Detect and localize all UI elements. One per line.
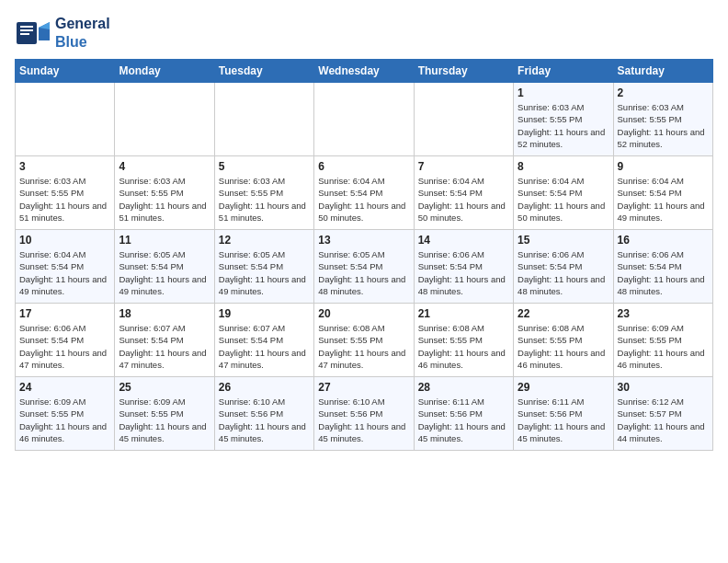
day-info: Sunrise: 6:06 AMSunset: 5:54 PMDaylight:… bbox=[518, 248, 609, 297]
day-number: 23 bbox=[618, 307, 709, 320]
calendar-cell: 7Sunrise: 6:04 AMSunset: 5:54 PMDaylight… bbox=[414, 156, 513, 230]
day-number: 14 bbox=[418, 234, 509, 247]
calendar-cell: 4Sunrise: 6:03 AMSunset: 5:55 PMDaylight… bbox=[115, 156, 214, 230]
page-header: General Blue bbox=[15, 15, 713, 52]
day-info: Sunrise: 6:08 AMSunset: 5:55 PMDaylight:… bbox=[518, 322, 609, 371]
logo-icon bbox=[15, 15, 51, 52]
logo-text: General Blue bbox=[55, 15, 110, 52]
weekday-header: Tuesday bbox=[214, 60, 313, 83]
day-info: Sunrise: 6:04 AMSunset: 5:54 PMDaylight:… bbox=[318, 175, 409, 224]
calendar-table: SundayMondayTuesdayWednesdayThursdayFrid… bbox=[15, 59, 713, 451]
day-info: Sunrise: 6:04 AMSunset: 5:54 PMDaylight:… bbox=[618, 175, 709, 224]
day-info: Sunrise: 6:03 AMSunset: 5:55 PMDaylight:… bbox=[19, 175, 110, 224]
day-info: Sunrise: 6:05 AMSunset: 5:54 PMDaylight:… bbox=[219, 248, 310, 297]
day-info: Sunrise: 6:11 AMSunset: 5:56 PMDaylight:… bbox=[518, 396, 609, 444]
day-info: Sunrise: 6:04 AMSunset: 5:54 PMDaylight:… bbox=[19, 248, 110, 297]
calendar-cell: 12Sunrise: 6:05 AMSunset: 5:54 PMDayligh… bbox=[214, 230, 313, 304]
calendar-cell: 29Sunrise: 6:11 AMSunset: 5:56 PMDayligh… bbox=[514, 377, 613, 451]
day-number: 13 bbox=[318, 234, 409, 247]
day-info: Sunrise: 6:06 AMSunset: 5:54 PMDaylight:… bbox=[618, 248, 709, 297]
calendar-cell: 2Sunrise: 6:03 AMSunset: 5:55 PMDaylight… bbox=[613, 83, 712, 156]
calendar-cell: 16Sunrise: 6:06 AMSunset: 5:54 PMDayligh… bbox=[613, 230, 712, 304]
weekday-header: Sunday bbox=[16, 60, 115, 83]
day-info: Sunrise: 6:05 AMSunset: 5:54 PMDaylight:… bbox=[119, 248, 210, 297]
day-info: Sunrise: 6:03 AMSunset: 5:55 PMDaylight:… bbox=[119, 175, 210, 224]
day-info: Sunrise: 6:10 AMSunset: 5:56 PMDaylight:… bbox=[219, 396, 310, 444]
day-number: 29 bbox=[518, 381, 609, 394]
day-number: 19 bbox=[219, 307, 310, 320]
day-info: Sunrise: 6:07 AMSunset: 5:54 PMDaylight:… bbox=[219, 322, 310, 371]
weekday-header: Wednesday bbox=[314, 60, 414, 83]
weekday-header: Saturday bbox=[613, 60, 712, 83]
day-number: 12 bbox=[219, 234, 310, 247]
calendar-cell: 3Sunrise: 6:03 AMSunset: 5:55 PMDaylight… bbox=[16, 156, 115, 230]
day-info: Sunrise: 6:09 AMSunset: 5:55 PMDaylight:… bbox=[618, 322, 709, 371]
day-number: 20 bbox=[318, 307, 409, 320]
calendar-week-row: 10Sunrise: 6:04 AMSunset: 5:54 PMDayligh… bbox=[16, 230, 713, 304]
day-info: Sunrise: 6:12 AMSunset: 5:57 PMDaylight:… bbox=[618, 396, 709, 444]
calendar-cell: 13Sunrise: 6:05 AMSunset: 5:54 PMDayligh… bbox=[314, 230, 414, 304]
day-number: 9 bbox=[618, 160, 709, 173]
day-info: Sunrise: 6:09 AMSunset: 5:55 PMDaylight:… bbox=[119, 396, 210, 444]
day-info: Sunrise: 6:11 AMSunset: 5:56 PMDaylight:… bbox=[418, 396, 509, 444]
day-number: 3 bbox=[19, 160, 110, 173]
weekday-header-row: SundayMondayTuesdayWednesdayThursdayFrid… bbox=[16, 60, 713, 83]
day-number: 30 bbox=[618, 381, 709, 394]
day-info: Sunrise: 6:03 AMSunset: 5:55 PMDaylight:… bbox=[618, 101, 709, 150]
day-info: Sunrise: 6:03 AMSunset: 5:55 PMDaylight:… bbox=[518, 101, 609, 150]
weekday-header: Monday bbox=[115, 60, 214, 83]
day-number: 26 bbox=[219, 381, 310, 394]
day-number: 24 bbox=[19, 381, 110, 394]
calendar-cell: 20Sunrise: 6:08 AMSunset: 5:55 PMDayligh… bbox=[314, 304, 414, 377]
weekday-header: Thursday bbox=[414, 60, 513, 83]
day-number: 28 bbox=[418, 381, 509, 394]
day-info: Sunrise: 6:07 AMSunset: 5:54 PMDaylight:… bbox=[119, 322, 210, 371]
calendar-cell: 8Sunrise: 6:04 AMSunset: 5:54 PMDaylight… bbox=[514, 156, 613, 230]
calendar-header: SundayMondayTuesdayWednesdayThursdayFrid… bbox=[16, 60, 713, 83]
day-info: Sunrise: 6:06 AMSunset: 5:54 PMDaylight:… bbox=[418, 248, 509, 297]
day-number: 21 bbox=[418, 307, 509, 320]
day-number: 11 bbox=[119, 234, 210, 247]
calendar-cell bbox=[115, 83, 214, 156]
day-info: Sunrise: 6:06 AMSunset: 5:54 PMDaylight:… bbox=[19, 322, 110, 371]
day-number: 27 bbox=[318, 381, 409, 394]
calendar-cell: 14Sunrise: 6:06 AMSunset: 5:54 PMDayligh… bbox=[414, 230, 513, 304]
calendar-cell: 6Sunrise: 6:04 AMSunset: 5:54 PMDaylight… bbox=[314, 156, 414, 230]
day-info: Sunrise: 6:04 AMSunset: 5:54 PMDaylight:… bbox=[418, 175, 509, 224]
day-number: 5 bbox=[219, 160, 310, 173]
day-number: 22 bbox=[518, 307, 609, 320]
day-number: 8 bbox=[518, 160, 609, 173]
calendar-cell bbox=[214, 83, 313, 156]
day-number: 2 bbox=[618, 86, 709, 99]
calendar-cell: 17Sunrise: 6:06 AMSunset: 5:54 PMDayligh… bbox=[16, 304, 115, 377]
calendar-cell: 18Sunrise: 6:07 AMSunset: 5:54 PMDayligh… bbox=[115, 304, 214, 377]
calendar-body: 1Sunrise: 6:03 AMSunset: 5:55 PMDaylight… bbox=[16, 83, 713, 451]
calendar-week-row: 1Sunrise: 6:03 AMSunset: 5:55 PMDaylight… bbox=[16, 83, 713, 156]
calendar-week-row: 24Sunrise: 6:09 AMSunset: 5:55 PMDayligh… bbox=[16, 377, 713, 451]
calendar-cell: 28Sunrise: 6:11 AMSunset: 5:56 PMDayligh… bbox=[414, 377, 513, 451]
day-info: Sunrise: 6:09 AMSunset: 5:55 PMDaylight:… bbox=[19, 396, 110, 444]
day-number: 15 bbox=[518, 234, 609, 247]
day-number: 25 bbox=[119, 381, 210, 394]
calendar-cell: 9Sunrise: 6:04 AMSunset: 5:54 PMDaylight… bbox=[613, 156, 712, 230]
calendar-week-row: 17Sunrise: 6:06 AMSunset: 5:54 PMDayligh… bbox=[16, 304, 713, 377]
calendar-cell: 15Sunrise: 6:06 AMSunset: 5:54 PMDayligh… bbox=[514, 230, 613, 304]
day-number: 17 bbox=[19, 307, 110, 320]
svg-rect-1 bbox=[20, 26, 33, 28]
calendar-cell: 25Sunrise: 6:09 AMSunset: 5:55 PMDayligh… bbox=[115, 377, 214, 451]
calendar-cell: 11Sunrise: 6:05 AMSunset: 5:54 PMDayligh… bbox=[115, 230, 214, 304]
day-number: 16 bbox=[618, 234, 709, 247]
calendar-cell: 30Sunrise: 6:12 AMSunset: 5:57 PMDayligh… bbox=[613, 377, 712, 451]
day-number: 1 bbox=[518, 86, 609, 99]
calendar-cell: 19Sunrise: 6:07 AMSunset: 5:54 PMDayligh… bbox=[214, 304, 313, 377]
svg-rect-2 bbox=[20, 29, 33, 31]
calendar-cell: 10Sunrise: 6:04 AMSunset: 5:54 PMDayligh… bbox=[16, 230, 115, 304]
calendar-cell bbox=[314, 83, 414, 156]
calendar-cell bbox=[16, 83, 115, 156]
calendar-cell bbox=[414, 83, 513, 156]
logo: General Blue bbox=[15, 15, 110, 52]
day-number: 18 bbox=[119, 307, 210, 320]
calendar-cell: 27Sunrise: 6:10 AMSunset: 5:56 PMDayligh… bbox=[314, 377, 414, 451]
calendar-cell: 24Sunrise: 6:09 AMSunset: 5:55 PMDayligh… bbox=[16, 377, 115, 451]
calendar-cell: 26Sunrise: 6:10 AMSunset: 5:56 PMDayligh… bbox=[214, 377, 313, 451]
